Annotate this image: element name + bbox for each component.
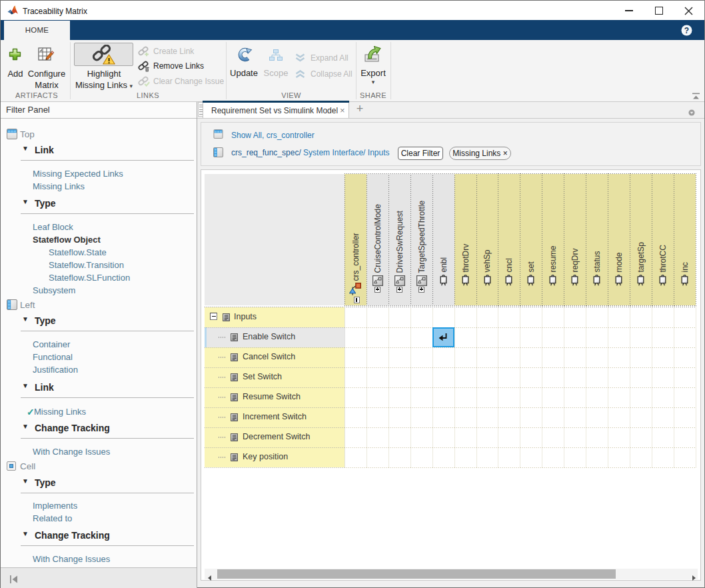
svg-text:?: ?: [684, 26, 689, 35]
